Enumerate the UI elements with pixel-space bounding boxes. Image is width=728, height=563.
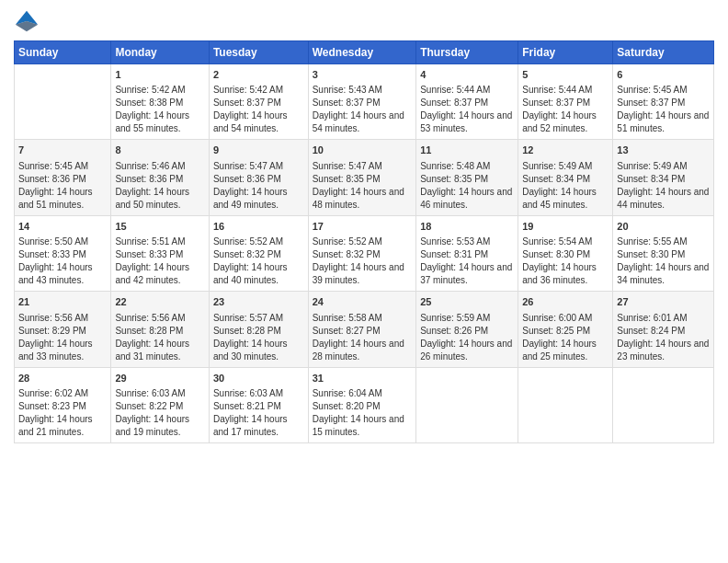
sunset-text: Sunset: 8:35 PM — [313, 173, 413, 186]
sunset-text: Sunset: 8:30 PM — [522, 248, 609, 261]
day-number: 6 — [617, 68, 710, 82]
week-row-5: 28Sunrise: 6:02 AMSunset: 8:23 PMDayligh… — [15, 367, 714, 442]
sunset-text: Sunset: 8:37 PM — [420, 97, 514, 109]
header-monday: Monday — [111, 41, 209, 64]
daylight-text: Daylight: 14 hours and 33 minutes. — [18, 338, 107, 363]
daylight-text: Daylight: 14 hours and 39 minutes. — [313, 261, 413, 287]
calendar-cell — [15, 64, 111, 140]
calendar-cell: 29Sunrise: 6:03 AMSunset: 8:22 PMDayligh… — [111, 367, 209, 442]
sunrise-text: Sunrise: 5:47 AM — [313, 160, 413, 173]
sunrise-text: Sunrise: 5:44 AM — [522, 84, 609, 97]
sunset-text: Sunset: 8:31 PM — [420, 248, 514, 261]
sunrise-text: Sunrise: 6:04 AM — [313, 387, 413, 400]
sunrise-text: Sunrise: 5:59 AM — [420, 312, 514, 325]
calendar-cell: 7Sunrise: 5:45 AMSunset: 8:36 PMDaylight… — [15, 140, 111, 215]
daylight-text: Daylight: 14 hours and 19 minutes. — [115, 413, 204, 439]
sunset-text: Sunset: 8:37 PM — [213, 97, 304, 109]
sunset-text: Sunset: 8:26 PM — [420, 325, 514, 338]
sunset-text: Sunset: 8:33 PM — [115, 248, 204, 261]
header-sunday: Sunday — [15, 41, 111, 64]
day-number: 15 — [115, 220, 204, 234]
sunrise-text: Sunrise: 5:53 AM — [420, 236, 514, 248]
daylight-text: Daylight: 14 hours and 52 minutes. — [522, 109, 609, 135]
sunrise-text: Sunrise: 5:51 AM — [115, 236, 204, 248]
day-number: 19 — [522, 220, 609, 234]
calendar-table: SundayMondayTuesdayWednesdayThursdayFrid… — [14, 40, 714, 443]
sunrise-text: Sunrise: 5:44 AM — [420, 84, 514, 97]
day-number: 26 — [522, 295, 609, 309]
day-number: 3 — [313, 68, 413, 82]
sunset-text: Sunset: 8:30 PM — [617, 248, 710, 261]
day-number: 8 — [115, 144, 204, 157]
sunrise-text: Sunrise: 5:49 AM — [617, 160, 710, 173]
logo — [14, 9, 43, 35]
day-number: 29 — [115, 372, 204, 385]
calendar-cell — [518, 367, 613, 442]
sunrise-text: Sunrise: 5:56 AM — [115, 312, 204, 325]
calendar-cell: 27Sunrise: 6:01 AMSunset: 8:24 PMDayligh… — [613, 292, 714, 367]
day-number: 10 — [313, 144, 413, 157]
daylight-text: Daylight: 14 hours and 51 minutes. — [18, 186, 107, 212]
day-number: 24 — [313, 295, 413, 309]
header-saturday: Saturday — [613, 41, 714, 64]
sunset-text: Sunset: 8:20 PM — [313, 400, 413, 413]
calendar-cell: 25Sunrise: 5:59 AMSunset: 8:26 PMDayligh… — [416, 292, 518, 367]
sunset-text: Sunset: 8:37 PM — [313, 97, 413, 109]
daylight-text: Daylight: 14 hours and 49 minutes. — [213, 186, 304, 212]
calendar-cell: 31Sunrise: 6:04 AMSunset: 8:20 PMDayligh… — [308, 367, 416, 442]
sunset-text: Sunset: 8:36 PM — [115, 173, 204, 186]
sunset-text: Sunset: 8:23 PM — [18, 400, 107, 413]
sunrise-text: Sunrise: 5:58 AM — [313, 312, 413, 325]
day-number: 7 — [18, 144, 107, 157]
calendar-cell: 2Sunrise: 5:42 AMSunset: 8:37 PMDaylight… — [209, 64, 308, 140]
sunset-text: Sunset: 8:28 PM — [115, 325, 204, 338]
daylight-text: Daylight: 14 hours and 50 minutes. — [115, 186, 204, 212]
calendar-cell: 13Sunrise: 5:49 AMSunset: 8:34 PMDayligh… — [613, 140, 714, 215]
sunset-text: Sunset: 8:34 PM — [617, 173, 710, 186]
calendar-cell: 11Sunrise: 5:48 AMSunset: 8:35 PMDayligh… — [416, 140, 518, 215]
day-number: 23 — [213, 295, 304, 309]
calendar-cell: 21Sunrise: 5:56 AMSunset: 8:29 PMDayligh… — [15, 292, 111, 367]
sunrise-text: Sunrise: 6:02 AM — [18, 387, 107, 400]
daylight-text: Daylight: 14 hours and 31 minutes. — [115, 338, 204, 363]
week-row-3: 14Sunrise: 5:50 AMSunset: 8:33 PMDayligh… — [15, 215, 714, 291]
sunrise-text: Sunrise: 6:00 AM — [522, 312, 609, 325]
daylight-text: Daylight: 14 hours and 28 minutes. — [313, 338, 413, 363]
sunset-text: Sunset: 8:32 PM — [213, 248, 304, 261]
calendar-cell: 10Sunrise: 5:47 AMSunset: 8:35 PMDayligh… — [308, 140, 416, 215]
daylight-text: Daylight: 14 hours and 26 minutes. — [420, 338, 514, 363]
sunset-text: Sunset: 8:34 PM — [522, 173, 609, 186]
sunrise-text: Sunrise: 5:46 AM — [115, 160, 204, 173]
calendar-cell — [613, 367, 714, 442]
sunset-text: Sunset: 8:29 PM — [18, 325, 107, 338]
calendar-cell: 28Sunrise: 6:02 AMSunset: 8:23 PMDayligh… — [15, 367, 111, 442]
daylight-text: Daylight: 14 hours and 45 minutes. — [522, 186, 609, 212]
calendar-cell: 20Sunrise: 5:55 AMSunset: 8:30 PMDayligh… — [613, 215, 714, 291]
calendar-cell: 23Sunrise: 5:57 AMSunset: 8:28 PMDayligh… — [209, 292, 308, 367]
day-number: 20 — [617, 220, 710, 234]
calendar-cell: 8Sunrise: 5:46 AMSunset: 8:36 PMDaylight… — [111, 140, 209, 215]
day-number: 13 — [617, 144, 710, 157]
calendar-cell: 1Sunrise: 5:42 AMSunset: 8:38 PMDaylight… — [111, 64, 209, 140]
calendar-cell: 12Sunrise: 5:49 AMSunset: 8:34 PMDayligh… — [518, 140, 613, 215]
calendar-cell: 4Sunrise: 5:44 AMSunset: 8:37 PMDaylight… — [416, 64, 518, 140]
daylight-text: Daylight: 14 hours and 48 minutes. — [313, 186, 413, 212]
sunset-text: Sunset: 8:37 PM — [617, 97, 710, 109]
sunset-text: Sunset: 8:36 PM — [213, 173, 304, 186]
sunrise-text: Sunrise: 5:52 AM — [213, 236, 304, 248]
daylight-text: Daylight: 14 hours and 43 minutes. — [18, 261, 107, 287]
header-tuesday: Tuesday — [209, 41, 308, 64]
sunrise-text: Sunrise: 5:56 AM — [18, 312, 107, 325]
sunset-text: Sunset: 8:24 PM — [617, 325, 710, 338]
day-number: 18 — [420, 220, 514, 234]
calendar-cell: 26Sunrise: 6:00 AMSunset: 8:25 PMDayligh… — [518, 292, 613, 367]
daylight-text: Daylight: 14 hours and 51 minutes. — [617, 109, 710, 135]
header-friday: Friday — [518, 41, 613, 64]
daylight-text: Daylight: 14 hours and 55 minutes. — [115, 109, 204, 135]
sunrise-text: Sunrise: 5:49 AM — [522, 160, 609, 173]
daylight-text: Daylight: 14 hours and 17 minutes. — [213, 413, 304, 439]
sunset-text: Sunset: 8:36 PM — [18, 173, 107, 186]
daylight-text: Daylight: 14 hours and 46 minutes. — [420, 186, 514, 212]
header-wednesday: Wednesday — [308, 41, 416, 64]
day-number: 9 — [213, 144, 304, 157]
